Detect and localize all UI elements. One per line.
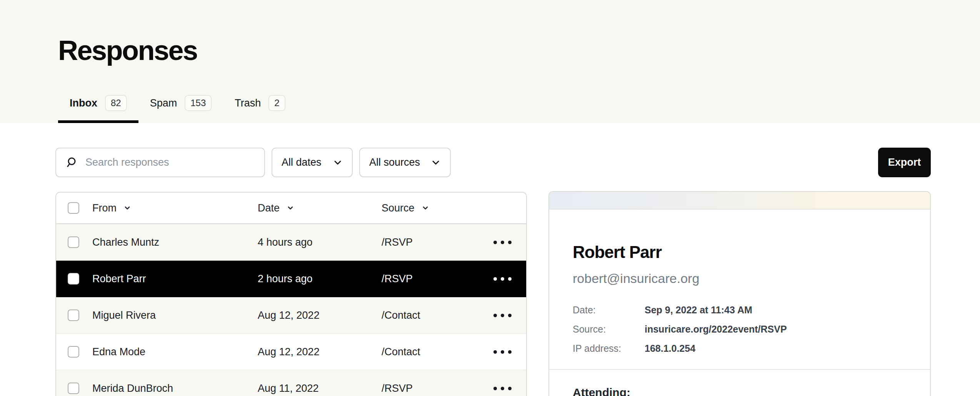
row-date: 2 hours ago — [258, 273, 382, 285]
meta-value: Sep 9, 2022 at 11:43 AM — [645, 304, 752, 316]
source-filter-value: All sources — [369, 156, 420, 168]
detail-name: Robert Parr — [573, 243, 907, 262]
table-row-selected[interactable]: Robert Parr 2 hours ago /RSVP — [56, 261, 526, 297]
row-date: Aug 11, 2022 — [258, 383, 382, 394]
divider — [549, 369, 930, 370]
row-actions-button[interactable] — [490, 350, 526, 354]
row-checkbox[interactable] — [68, 309, 79, 321]
detail-meta: Date: Sep 9, 2022 at 11:43 AM Source: in… — [573, 304, 907, 354]
row-from: Merida DunBroch — [92, 383, 258, 394]
chevron-down-icon — [287, 204, 294, 212]
attending-section-heading: Attending: — [573, 386, 907, 396]
chevron-down-icon — [431, 158, 441, 168]
row-source: /RSVP — [382, 383, 490, 394]
page-title: Responses — [58, 35, 197, 66]
row-source: /RSVP — [382, 273, 490, 285]
row-actions-button[interactable] — [490, 241, 526, 244]
row-checkbox[interactable] — [68, 346, 79, 358]
tab-bar: Inbox 82 Spam 153 Trash 2 — [58, 95, 297, 123]
chevron-down-icon — [422, 204, 429, 212]
row-date: Aug 12, 2022 — [258, 346, 382, 358]
response-detail-panel: Robert Parr robert@insuricare.org Date: … — [548, 191, 931, 396]
meta-row-source: Source: insuricare.org/2022event/RSVP — [573, 324, 907, 335]
row-date: Aug 12, 2022 — [258, 309, 382, 321]
row-from: Charles Muntz — [92, 236, 258, 248]
row-source: /Contact — [382, 346, 490, 358]
meta-label: Source: — [573, 324, 645, 335]
column-header-source[interactable]: Source — [382, 202, 490, 214]
meta-label: Date: — [573, 304, 645, 316]
row-from: Robert Parr — [92, 273, 258, 285]
meta-row-ip: IP address: 168.1.0.254 — [573, 343, 907, 354]
search-input[interactable] — [85, 156, 256, 168]
column-header-from[interactable]: From — [92, 202, 258, 214]
chevron-down-icon — [333, 158, 343, 168]
row-checkbox[interactable] — [68, 273, 79, 285]
date-filter-value: All dates — [282, 156, 322, 168]
tab-inbox[interactable]: Inbox 82 — [58, 95, 138, 123]
detail-email: robert@insuricare.org — [573, 271, 907, 286]
row-checkbox[interactable] — [68, 236, 79, 248]
row-from: Edna Mode — [92, 346, 258, 358]
table-header-row: From Date Source — [56, 193, 526, 224]
row-checkbox[interactable] — [68, 383, 79, 394]
meta-value: 168.1.0.254 — [645, 343, 695, 354]
meta-value: insuricare.org/2022event/RSVP — [645, 324, 787, 335]
chevron-down-icon — [123, 204, 131, 212]
tab-spam-count-badge: 153 — [185, 95, 212, 111]
row-actions-button[interactable] — [490, 387, 526, 390]
search-box[interactable] — [55, 148, 265, 177]
date-filter-dropdown[interactable]: All dates — [272, 148, 353, 177]
meta-row-date: Date: Sep 9, 2022 at 11:43 AM — [573, 304, 907, 316]
header-band: Responses Inbox 82 Spam 153 Trash 2 — [0, 0, 980, 123]
responses-table: From Date Source Charles Muntz 4 hours a… — [55, 192, 527, 396]
select-all-checkbox[interactable] — [68, 202, 79, 214]
row-source: /RSVP — [382, 236, 490, 248]
row-actions-button[interactable] — [490, 277, 526, 281]
tab-inbox-label: Inbox — [70, 97, 97, 109]
table-row[interactable]: Charles Muntz 4 hours ago /RSVP — [56, 224, 526, 261]
tab-inbox-count-badge: 82 — [105, 95, 127, 111]
meta-label: IP address: — [573, 343, 645, 354]
tab-spam[interactable]: Spam 153 — [138, 95, 223, 123]
search-icon — [65, 156, 78, 169]
source-filter-dropdown[interactable]: All sources — [359, 148, 451, 177]
row-date: 4 hours ago — [258, 236, 382, 248]
tab-spam-label: Spam — [150, 97, 177, 109]
tab-trash-count-badge: 2 — [268, 95, 285, 111]
column-header-date[interactable]: Date — [258, 202, 382, 214]
detail-gradient-banner — [549, 192, 930, 210]
row-actions-button[interactable] — [490, 314, 526, 317]
row-source: /Contact — [382, 309, 490, 321]
row-from: Miguel Rivera — [92, 309, 258, 321]
export-button[interactable]: Export — [878, 148, 931, 177]
tab-trash[interactable]: Trash 2 — [223, 95, 297, 123]
table-row[interactable]: Edna Mode Aug 12, 2022 /Contact — [56, 334, 526, 370]
table-row[interactable]: Merida DunBroch Aug 11, 2022 /RSVP — [56, 370, 526, 396]
table-row[interactable]: Miguel Rivera Aug 12, 2022 /Contact — [56, 297, 526, 334]
tab-trash-label: Trash — [235, 97, 261, 109]
